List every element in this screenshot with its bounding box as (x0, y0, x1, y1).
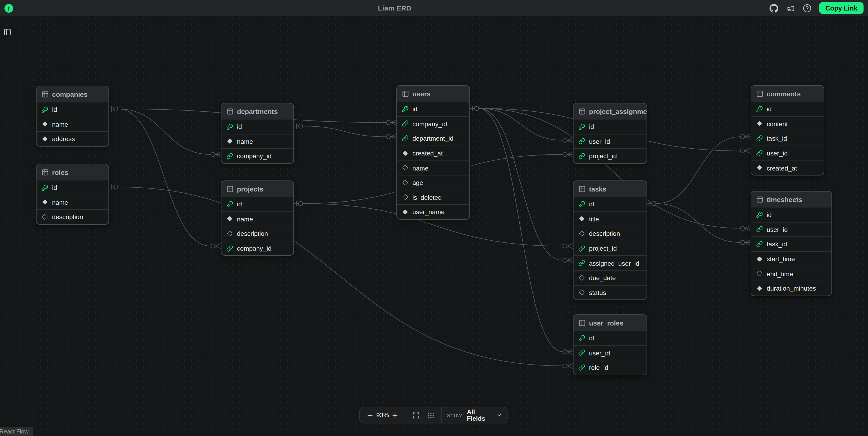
field-row-comments-id[interactable]: id (751, 102, 824, 116)
liam-logo-icon[interactable]: ℓ (4, 4, 13, 12)
table-node-comments[interactable]: commentsidcontenttask_iduser_idcreated_a… (751, 85, 824, 175)
fit-view-button[interactable] (412, 410, 421, 420)
field-row-comments-task_id[interactable]: task_id (751, 131, 824, 146)
field-row-timesheets-duration_minutes[interactable]: duration_minutes (751, 281, 832, 295)
field-row-project_assignments-project_id[interactable]: project_id (574, 148, 647, 163)
help-button[interactable] (803, 3, 812, 13)
field-row-timesheets-user_id[interactable]: user_id (751, 222, 832, 236)
field-row-companies-id[interactable]: id (36, 102, 108, 117)
table-header[interactable]: comments (751, 86, 824, 102)
field-row-roles-description[interactable]: description (36, 209, 108, 224)
field-row-project_assignments-user_id[interactable]: user_id (574, 134, 647, 148)
field-row-timesheets-task_id[interactable]: task_id (751, 237, 832, 251)
field-row-projects-name[interactable]: name (221, 211, 293, 226)
field-row-tasks-status[interactable]: status (574, 285, 647, 300)
field-row-comments-user_id[interactable]: user_id (751, 146, 824, 160)
zoom-level: 93% (375, 412, 391, 418)
field-row-departments-company_id[interactable]: company_id (221, 148, 293, 163)
field-name: description (237, 230, 268, 237)
field-row-users-department_id[interactable]: department_id (397, 131, 470, 146)
field-row-projects-id[interactable]: id (221, 197, 293, 211)
field-row-users-company_id[interactable]: company_id (397, 116, 470, 131)
table-header[interactable]: departments (221, 103, 293, 119)
field-row-users-created_at[interactable]: created_at (397, 146, 470, 160)
table-node-tasks[interactable]: tasksidtitledescriptionproject_idassigne… (573, 180, 647, 300)
announcements-button[interactable] (786, 3, 796, 13)
key-icon (579, 201, 585, 208)
field-row-tasks-title[interactable]: title (574, 211, 647, 226)
field-row-projects-description[interactable]: description (221, 226, 293, 241)
show-mode-select[interactable]: All Fields (467, 408, 502, 422)
link-icon (579, 138, 585, 145)
table-icon (756, 196, 764, 203)
field-row-comments-content[interactable]: content (751, 116, 824, 131)
link-icon (579, 349, 585, 356)
field-row-users-user_name[interactable]: user_name (397, 204, 470, 219)
field-row-tasks-project_id[interactable]: project_id (574, 241, 647, 255)
field-row-user_roles-user_id[interactable]: user_id (574, 345, 647, 360)
field-row-companies-address[interactable]: address (36, 131, 108, 146)
table-icon (226, 185, 234, 193)
zoom-out-button[interactable] (365, 410, 375, 420)
table-header[interactable]: users (397, 86, 470, 102)
edge-users.id-user_roles.user_id (470, 106, 573, 354)
field-row-project_assignments-id[interactable]: id (574, 120, 647, 134)
zoom-in-button[interactable] (391, 410, 400, 420)
field-row-tasks-description[interactable]: description (574, 226, 647, 241)
diamond-outline-icon (579, 274, 585, 281)
field-row-projects-company_id[interactable]: company_id (221, 241, 293, 255)
table-header[interactable]: companies (36, 86, 108, 102)
field-row-tasks-due_date[interactable]: due_date (574, 270, 647, 285)
field-name: due_date (589, 274, 616, 281)
field-row-timesheets-start_time[interactable]: start_time (751, 251, 832, 266)
field-row-departments-id[interactable]: id (221, 120, 293, 134)
link-icon (756, 150, 763, 156)
github-button[interactable] (769, 3, 779, 13)
table-node-roles[interactable]: rolesidnamedescription (36, 164, 109, 225)
table-header[interactable]: timesheets (751, 191, 832, 208)
table-name: companies (52, 90, 88, 98)
field-row-timesheets-end_time[interactable]: end_time (751, 266, 832, 281)
table-header[interactable]: project_assignme... (574, 103, 647, 119)
table-header[interactable]: user_roles (574, 315, 647, 331)
table-header[interactable]: tasks (574, 181, 647, 197)
table-node-departments[interactable]: departmentsidnamecompany_id (221, 103, 294, 164)
sidebar-toggle-button[interactable] (3, 28, 12, 36)
field-row-users-age[interactable]: age (397, 175, 470, 189)
diamond-icon (756, 255, 763, 262)
field-row-timesheets-id[interactable]: id (751, 208, 832, 222)
field-row-users-id[interactable]: id (397, 102, 470, 116)
field-row-user_roles-id[interactable]: id (574, 331, 647, 345)
field-row-users-name[interactable]: name (397, 160, 470, 175)
table-node-users[interactable]: usersidcompany_iddepartment_idcreated_at… (396, 85, 470, 220)
field-row-user_roles-role_id[interactable]: role_id (574, 360, 647, 375)
key-icon (41, 106, 48, 113)
table-node-companies[interactable]: companiesidnameaddress (36, 86, 109, 147)
react-flow-attribution[interactable]: React Flow (0, 427, 32, 436)
field-row-roles-name[interactable]: name (36, 195, 108, 209)
field-name: user_id (767, 226, 788, 233)
link-icon (579, 153, 585, 159)
table-header[interactable]: projects (221, 181, 293, 197)
table-node-user_roles[interactable]: user_rolesiduser_idrole_id (573, 314, 647, 375)
tidy-up-button[interactable] (426, 410, 435, 420)
field-row-tasks-assigned_user_id[interactable]: assigned_user_id (574, 255, 647, 270)
link-icon (226, 245, 233, 252)
field-row-tasks-id[interactable]: id (574, 197, 647, 211)
table-icon (579, 108, 586, 115)
copy-link-button[interactable]: Copy Link (819, 2, 864, 14)
field-row-companies-name[interactable]: name (36, 117, 108, 131)
field-name: status (589, 289, 606, 296)
field-row-users-is_deleted[interactable]: is_deleted (397, 190, 470, 204)
field-row-roles-id[interactable]: id (36, 180, 108, 194)
diamond-outline-icon (579, 289, 585, 296)
table-node-timesheets[interactable]: timesheetsiduser_idtask_idstart_timeend_… (751, 191, 832, 296)
link-icon (756, 135, 763, 142)
field-row-departments-name[interactable]: name (221, 134, 293, 148)
table-node-project_assignments[interactable]: project_assignme...iduser_idproject_id (573, 103, 647, 164)
table-node-projects[interactable]: projectsidnamedescriptioncompany_id (221, 180, 294, 256)
field-row-comments-created_at[interactable]: created_at (751, 160, 824, 175)
table-header[interactable]: roles (36, 164, 108, 180)
app-window: companiesidnameaddressrolesidnamedescrip… (0, 0, 868, 436)
diamond-icon (41, 121, 48, 128)
